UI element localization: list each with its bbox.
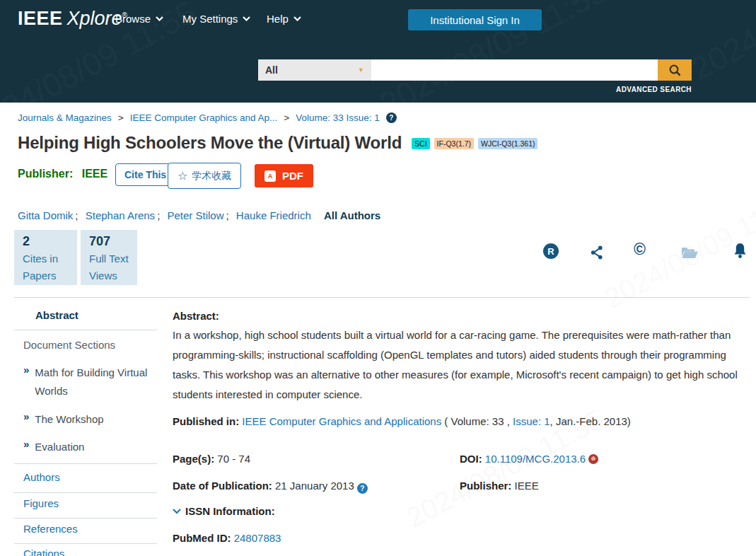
pdf-button[interactable]: A PDF (255, 164, 313, 187)
publisher-meta-label: Publisher: (460, 480, 511, 492)
views-label: Full Text Views (89, 250, 133, 284)
cites-label: Cites in Papers (23, 250, 66, 284)
pages-row: Page(s): 70 - 74 (173, 453, 250, 465)
help-icon[interactable]: ? (357, 483, 368, 494)
sidebar-section-evaluation[interactable]: » Evaluation (23, 438, 148, 456)
authors-row: Gitta Domik; Stephan Arens; Peter Stilow… (18, 209, 380, 221)
title-row: Helping High Schoolers Move the (Virtual… (18, 133, 739, 153)
breadcrumb-journals-magazines[interactable]: Journals & Magazines (18, 112, 112, 123)
nav-help-label: Help (267, 13, 289, 25)
published-in-label: Published in: (173, 415, 239, 427)
sidebar-item-authors[interactable]: Authors (23, 471, 60, 483)
sidebar-section-label: The Workshop (35, 410, 148, 429)
author-link[interactable]: Gitta Domik (18, 209, 73, 221)
sidebar-item-abstract[interactable]: Abstract (35, 309, 78, 321)
date-range-text: , Jan.-Feb. 2013) (550, 415, 631, 427)
cite-this-button[interactable]: Cite This (115, 163, 175, 186)
chevron-down-icon (293, 16, 301, 21)
article-page: 2024/08/09 11:55 2024/08/09 11:55 2024/0… (0, 0, 756, 556)
nav-browse[interactable]: Browse (115, 13, 163, 25)
search-button[interactable] (658, 59, 692, 81)
search-input[interactable] (371, 59, 658, 81)
breadcrumb-volume-issue[interactable]: Volume: 33 Issue: 1 (296, 112, 380, 123)
search-scope-dropdown[interactable]: All ▼ (258, 59, 371, 81)
caret-down-icon: ▼ (358, 66, 364, 74)
issue-link[interactable]: Issue: 1 (513, 415, 550, 427)
badge-wjci: WJCI-Q3(1.361) (478, 138, 537, 149)
double-chevron-icon: » (23, 410, 29, 429)
breadcrumb-separator: > (284, 112, 289, 123)
author-link[interactable]: Peter Stilow (167, 209, 223, 221)
search-icon (668, 64, 682, 77)
publication-date-label: Date of Publication: (173, 480, 272, 492)
copyright-icon[interactable]: © (634, 240, 646, 259)
author-separator: ; (226, 209, 229, 221)
cites-count: 2 (23, 234, 77, 249)
abstract-text: In a workshop, high school students buil… (173, 325, 743, 405)
badge-sci: SCI (412, 138, 430, 149)
institutional-sign-in-button[interactable]: Institutional Sign In (408, 9, 542, 30)
sidebar-section-label: Evaluation (35, 438, 148, 456)
publisher-meta-value: IEEE (515, 480, 539, 492)
breadcrumb-publication[interactable]: IEEE Computer Graphics and Ap... (130, 112, 278, 123)
page-title: Helping High Schoolers Move the (Virtual… (18, 133, 402, 152)
nav-help[interactable]: Help (267, 13, 301, 25)
sidebar-divider (14, 492, 157, 493)
share-icon[interactable] (589, 245, 605, 263)
double-chevron-icon: » (23, 364, 29, 400)
pages-value: 70 - 74 (217, 453, 250, 465)
sidebar-section-label: Math for Building Virtual Worlds (35, 364, 148, 400)
author-separator: ; (75, 209, 78, 221)
published-in-line: Published in: IEEE Computer Graphics and… (173, 415, 631, 427)
doi-seal-icon[interactable] (588, 454, 598, 464)
chevron-down-icon (173, 509, 181, 514)
doi-row: DOI: 10.1109/MCG.2013.6 (460, 453, 598, 465)
badge-impact-factor: IF-Q3(1.7) (434, 138, 474, 149)
sidebar-divider (14, 463, 157, 464)
author-separator: ; (157, 209, 160, 221)
nav-browse-label: Browse (115, 13, 151, 25)
logo-ieee: IEEE (18, 8, 63, 29)
section-divider (14, 297, 750, 298)
favorite-label: 学术收藏 (192, 170, 231, 183)
chevron-down-icon (156, 16, 163, 21)
full-text-views-metric[interactable]: 707 Full Text Views (81, 230, 137, 285)
help-icon[interactable]: ? (386, 112, 397, 123)
sidebar-item-citations[interactable]: Citations (23, 548, 64, 556)
publisher-line: Publisher: IEEE (18, 168, 107, 180)
abstract-heading: Abstract: (173, 310, 219, 322)
publication-date-row: Date of Publication: 21 January 2013? (173, 480, 368, 494)
ieee-xplore-logo[interactable]: IEEEXplore® (18, 8, 127, 30)
cites-in-papers-metric[interactable]: 2 Cites in Papers (14, 230, 77, 285)
alerts-bell-icon[interactable] (733, 243, 748, 262)
all-authors-link[interactable]: All Authors (324, 209, 380, 221)
advanced-search-link[interactable]: ADVANCED SEARCH (580, 86, 692, 93)
research-score-icon[interactable]: R (543, 243, 559, 259)
doi-link[interactable]: 10.1109/MCG.2013.6 (485, 453, 586, 465)
author-link[interactable]: Stephan Arens (86, 209, 155, 221)
publisher-row: Publisher: IEEE (460, 480, 539, 492)
logo-xplore: Xplore (67, 8, 122, 29)
nav-my-settings[interactable]: My Settings (182, 13, 250, 25)
sidebar-item-references[interactable]: References (23, 523, 78, 535)
academic-favorite-button[interactable]: ☆ 学术收藏 (168, 163, 241, 189)
sidebar-section-workshop[interactable]: » The Workshop (23, 410, 148, 429)
pubmed-link[interactable]: 24807883 (234, 532, 281, 544)
doi-label: DOI: (460, 453, 482, 465)
journal-link[interactable]: IEEE Computer Graphics and Applications (242, 415, 441, 427)
publication-date-value: 21 January 2013 (275, 480, 354, 492)
breadcrumb-separator: > (118, 112, 124, 123)
publisher-value: IEEE (82, 168, 107, 180)
issn-information-toggle[interactable]: ISSN Information: (173, 505, 275, 517)
views-count: 707 (89, 234, 137, 249)
chevron-down-icon (243, 16, 250, 21)
issn-label: ISSN Information: (185, 505, 275, 517)
search-scope-value: All (265, 64, 358, 76)
sidebar-divider (14, 543, 157, 544)
sidebar-section-math[interactable]: » Math for Building Virtual Worlds (23, 364, 148, 400)
sidebar-item-figures[interactable]: Figures (23, 497, 59, 509)
sidebar-divider (14, 330, 157, 330)
folder-icon[interactable] (681, 245, 699, 262)
nav-my-settings-label: My Settings (182, 13, 238, 25)
author-link[interactable]: Hauke Friedrich (236, 209, 311, 221)
